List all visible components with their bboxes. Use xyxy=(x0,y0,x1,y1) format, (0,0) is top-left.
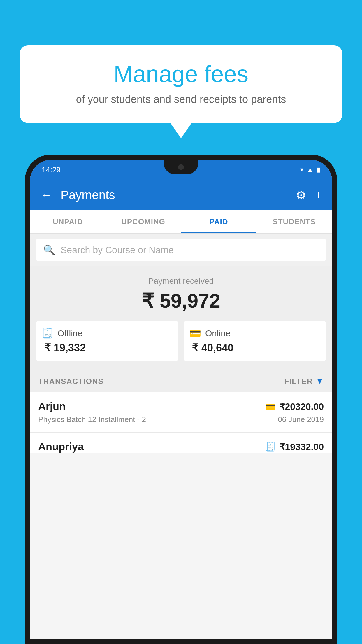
speech-bubble: Manage fees of your students and send re… xyxy=(20,45,342,123)
transaction-top-2: Anupriya 🧾 ₹19332.00 xyxy=(38,441,324,453)
tab-students[interactable]: STUDENTS xyxy=(256,210,332,233)
notch xyxy=(164,160,198,174)
filter-button[interactable]: FILTER ▼ xyxy=(284,377,324,386)
filter-icon: ▼ xyxy=(316,377,324,386)
offline-card-header: 🧾 Offline xyxy=(42,328,173,339)
search-bar[interactable]: 🔍 Search by Course or Name xyxy=(36,239,326,261)
transaction-top-1: Arjun 💳 ₹20320.00 xyxy=(38,400,324,413)
transaction-date-1: 06 June 2019 xyxy=(278,415,324,424)
phone-container: 14:29 ▾ ▲ ▮ ← Payments ⚙ + xyxy=(25,155,337,644)
status-time: 14:29 xyxy=(42,165,61,174)
status-icons: ▾ ▲ ▮ xyxy=(300,166,320,174)
transaction-type-icon-2: 🧾 xyxy=(266,442,276,452)
transaction-name-2: Anupriya xyxy=(38,441,84,453)
bubble-title: Manage fees xyxy=(37,61,325,87)
transaction-amount-2: ₹19332.00 xyxy=(279,441,324,452)
online-amount: ₹ 40,640 xyxy=(189,342,320,354)
offline-card: 🧾 Offline ₹ 19,332 xyxy=(36,321,178,361)
offline-icon: 🧾 xyxy=(42,328,53,339)
payment-cards: 🧾 Offline ₹ 19,332 💳 Online ₹ 40,640 xyxy=(36,321,326,361)
battery-icon: ▮ xyxy=(317,166,320,174)
app-bar-actions: ⚙ + xyxy=(296,188,322,202)
app-bar: ← Payments ⚙ + xyxy=(30,180,332,210)
online-card-header: 💳 Online xyxy=(189,328,320,339)
payment-total: ₹ 59,972 xyxy=(36,289,326,312)
transaction-type-icon-1: 💳 xyxy=(266,402,276,412)
status-bar: 14:29 ▾ ▲ ▮ xyxy=(30,160,332,180)
transaction-row-arjun[interactable]: Arjun 💳 ₹20320.00 Physics Batch 12 Insta… xyxy=(30,392,332,433)
filter-label: FILTER xyxy=(284,377,313,386)
signal-icon: ▲ xyxy=(307,166,313,174)
add-icon[interactable]: + xyxy=(315,188,322,202)
transaction-amount-1: ₹20320.00 xyxy=(279,401,324,412)
search-container: 🔍 Search by Course or Name xyxy=(30,234,332,266)
transaction-amount-row-2: 🧾 ₹19332.00 xyxy=(266,441,324,452)
transactions-header: TRANSACTIONS FILTER ▼ xyxy=(30,370,332,392)
transaction-course-1: Physics Batch 12 Installment - 2 xyxy=(38,415,146,424)
transactions-label: TRANSACTIONS xyxy=(38,377,104,386)
phone-screen: 14:29 ▾ ▲ ▮ ← Payments ⚙ + xyxy=(30,160,332,639)
online-icon: 💳 xyxy=(189,328,201,339)
tab-paid[interactable]: PAID xyxy=(181,210,256,233)
tab-upcoming[interactable]: UPCOMING xyxy=(106,210,181,233)
payment-summary: Payment received ₹ 59,972 🧾 Offline ₹ 19… xyxy=(30,266,332,370)
phone-outer: 14:29 ▾ ▲ ▮ ← Payments ⚙ + xyxy=(25,155,337,644)
payment-received-label: Payment received xyxy=(36,276,326,286)
back-button[interactable]: ← xyxy=(40,188,52,202)
search-icon: 🔍 xyxy=(43,244,55,256)
search-placeholder: Search by Course or Name xyxy=(61,245,174,256)
camera xyxy=(178,164,184,170)
speech-bubble-container: Manage fees of your students and send re… xyxy=(20,45,342,123)
app-bar-title: Payments xyxy=(61,188,287,202)
offline-label: Offline xyxy=(57,328,82,338)
tab-unpaid[interactable]: UNPAID xyxy=(30,210,106,233)
settings-icon[interactable]: ⚙ xyxy=(296,188,306,202)
transaction-bottom-1: Physics Batch 12 Installment - 2 06 June… xyxy=(38,415,324,424)
wifi-icon: ▾ xyxy=(300,166,303,174)
online-card: 💳 Online ₹ 40,640 xyxy=(184,321,326,361)
tabs-bar: UNPAID UPCOMING PAID STUDENTS xyxy=(30,210,332,234)
transaction-amount-row-1: 💳 ₹20320.00 xyxy=(266,401,324,412)
online-label: Online xyxy=(205,328,231,338)
offline-amount: ₹ 19,332 xyxy=(42,342,173,354)
transaction-name-1: Arjun xyxy=(38,400,66,413)
transaction-row-anupriya[interactable]: Anupriya 🧾 ₹19332.00 xyxy=(30,433,332,453)
bubble-subtitle: of your students and send receipts to pa… xyxy=(37,93,325,106)
